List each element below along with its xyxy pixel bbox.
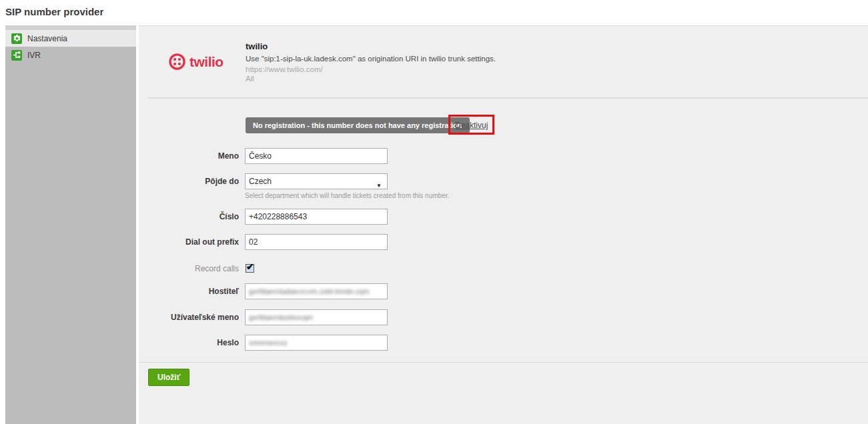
provider-name: twilio	[246, 41, 268, 51]
host-blurred-value: gxrfdaernladaecrcvm.zxbt-lmnbr.cqm	[246, 284, 387, 299]
sidebar: Nastavenia IVR	[5, 25, 136, 424]
provider-description: Use "sip:1-sip-la-uk.ladesk.com" as orig…	[246, 55, 496, 63]
sidebar-item-ivr[interactable]: IVR	[5, 47, 136, 63]
password-blurred-value: xmnrrwvcxz	[246, 335, 387, 350]
settings-panel: twilio twilio Use "sip:1-sip-la-uk.lades…	[139, 25, 868, 424]
record-calls-checkbox[interactable]: ✔	[246, 264, 254, 273]
department-label: Pôjde do	[139, 173, 239, 189]
registration-status-badge: No registration - this number does not h…	[246, 117, 470, 133]
number-input[interactable]	[245, 209, 388, 225]
deactivate-link[interactable]: Deaktivuj	[455, 121, 488, 130]
department-select[interactable]: Czech ▼	[245, 173, 388, 189]
twilio-wordmark: twilio	[189, 54, 224, 70]
provider-availability: All	[246, 75, 254, 83]
department-selected-value: Czech	[249, 177, 272, 186]
username-label: Užívateľské meno	[139, 309, 239, 325]
page-title: SIP number provider	[5, 6, 103, 17]
dial-out-prefix-input[interactable]	[245, 234, 388, 250]
host-input[interactable]: gxrfdaernladaecrcvm.zxbt-lmnbr.cqm	[245, 283, 388, 299]
sidebar-item-label: Nastavenia	[27, 34, 67, 43]
twilio-logo-icon	[168, 53, 186, 71]
name-input[interactable]	[245, 148, 388, 164]
dial-out-prefix-label: Dial out prefix	[139, 234, 239, 250]
record-calls-label: Record calls	[139, 261, 239, 277]
username-input[interactable]: gxrfdaernbzdsvcqm	[245, 309, 388, 325]
provider-url: https://www.twilio.com/	[246, 65, 323, 73]
chevron-down-icon: ▼	[376, 179, 382, 193]
save-button[interactable]: Uložiť	[148, 369, 189, 386]
number-label: Číslo	[139, 209, 239, 225]
ivr-flow-icon	[11, 50, 22, 61]
twilio-logo: twilio	[168, 53, 224, 71]
sidebar-item-label: IVR	[27, 51, 41, 60]
gear-icon	[11, 33, 22, 44]
checkmark-icon: ✔	[246, 261, 254, 272]
sidebar-item-nastavenia[interactable]: Nastavenia	[5, 30, 136, 47]
department-helper-text: Select department which will handle tick…	[245, 192, 449, 199]
password-label: Heslo	[139, 335, 239, 351]
footer-divider	[139, 362, 868, 363]
password-input[interactable]: xmnrrwvcxz	[245, 335, 388, 351]
username-blurred-value: gxrfdaernbzdsvcqm	[246, 310, 387, 325]
host-label: Hostiteľ	[139, 283, 239, 299]
name-label: Meno	[139, 148, 239, 164]
annotation-highlight-box: Deaktivuj	[448, 115, 494, 135]
sidebar-top-strip	[5, 25, 136, 30]
header-divider	[148, 97, 868, 99]
